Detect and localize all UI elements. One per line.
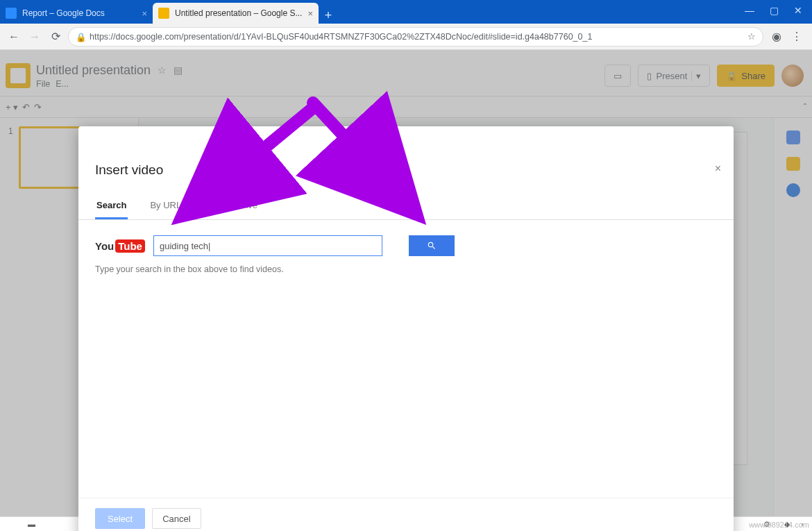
reload-button[interactable]: ⟳ [47, 28, 64, 45]
dialog-title: Insert video [78, 126, 734, 190]
lock-icon: 🔒 [76, 32, 85, 42]
cancel-button[interactable]: Cancel [152, 508, 201, 529]
tab-search[interactable]: Search [95, 194, 128, 219]
tab-title: Report – Google Docs [22, 8, 105, 18]
insert-video-dialog: Insert video × Search By URL Google Driv… [78, 126, 734, 531]
watermark: www.989214.com [749, 521, 809, 529]
maximize-icon[interactable]: ▢ [770, 5, 779, 16]
forward-button[interactable]: → [26, 28, 43, 45]
back-button[interactable]: ← [6, 28, 22, 45]
youtube-tube: Tube [115, 239, 145, 253]
annotation-arrow-left [211, 102, 322, 192]
address-bar[interactable]: 🔒 https://docs.google.com/presentation/d… [68, 27, 763, 47]
close-icon[interactable]: × [142, 8, 147, 19]
notes-icon[interactable]: ▬ [28, 520, 35, 528]
search-hint: Type your search in the box above to fin… [78, 262, 734, 277]
tab-google-drive[interactable]: Google Drive [203, 194, 259, 219]
tab-by-url[interactable]: By URL [149, 194, 183, 219]
browser-tab-docs[interactable]: Report – Google Docs × [0, 3, 153, 24]
extension-icon[interactable]: ◉ [772, 30, 781, 43]
svg-line-0 [219, 106, 315, 185]
tab-title: Untitled presentation – Google S... [175, 8, 302, 18]
url-text: https://docs.google.com/presentation/d/1… [90, 32, 592, 42]
video-search-input[interactable] [153, 235, 382, 256]
close-icon[interactable]: × [715, 162, 721, 175]
annotation-arrow-right [309, 99, 399, 186]
select-button[interactable]: Select [95, 508, 145, 529]
close-icon[interactable]: × [307, 8, 313, 19]
search-button[interactable] [409, 235, 455, 256]
youtube-logo: You Tube [95, 239, 145, 253]
svg-line-1 [313, 103, 384, 179]
browser-tab-slides[interactable]: Untitled presentation – Google S... × [153, 3, 319, 24]
youtube-you: You [95, 240, 114, 252]
slides-icon [158, 8, 169, 19]
menu-icon[interactable]: ⋮ [791, 30, 802, 43]
docs-icon [6, 8, 17, 19]
star-icon[interactable]: ☆ [747, 31, 756, 42]
new-tab-button[interactable]: + [319, 7, 338, 24]
close-window-icon[interactable]: ✕ [794, 5, 802, 16]
search-icon [427, 241, 437, 251]
minimize-icon[interactable]: — [745, 5, 754, 16]
